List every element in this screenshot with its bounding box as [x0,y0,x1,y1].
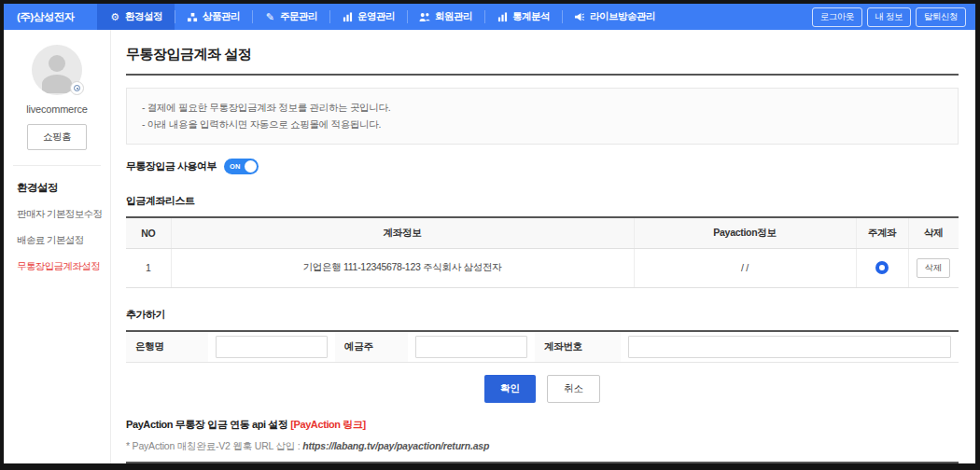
col-header-no: NO [126,217,171,249]
cell-delete: 삭제 [908,248,959,287]
main-account-radio[interactable] [875,261,889,274]
nav-label: 주문관리 [280,10,317,23]
avatar [32,45,82,95]
table-row: 1 기업은행 111-12345678-123 주식회사 삼성전자 / / 삭제 [126,248,959,287]
logout-button[interactable]: 로그아웃 [812,7,862,27]
users-icon [419,11,430,22]
payaction-link[interactable]: [PayAction 링크] [290,419,366,430]
main-nav: ⚙ 환경설정 상품관리 ✎ 주문관리 운영관리 [97,4,667,30]
col-header-payaction: Payaction정보 [634,217,856,249]
sidebar-menu-header: 환경설정 [17,181,110,195]
toggle-label: 무통장입금 사용여부 [126,159,217,173]
withdraw-button[interactable]: 탈퇴신청 [916,7,966,27]
bank-name-label: 은행명 [126,332,208,362]
sidebar-item-shipping-settings[interactable]: 배송료 기본설정 [17,234,110,247]
add-section-label: 추가하기 [126,308,959,322]
cell-main-account [856,248,908,287]
gear-badge-icon[interactable] [70,81,84,95]
topbar-actions: 로그아웃 내 정보 탈퇴신청 [812,4,975,30]
nav-item-orders[interactable]: ✎ 주문관리 [252,4,329,30]
account-table-header-row: NO 계좌정보 Payaction정보 주계좌 삭제 [126,217,959,249]
pencil-icon: ✎ [264,11,275,22]
payaction-note-text: * PayAction 매칭완료-V2 웹훅 URL 삽입 : [126,440,302,451]
nav-item-members[interactable]: 회원관리 [407,4,484,30]
col-header-delete: 삭제 [908,217,959,249]
cancel-button[interactable]: 취소 [547,375,600,403]
megaphone-icon [574,11,585,22]
cell-payaction-info: / / [634,248,856,287]
nav-label: 회원관리 [435,10,472,23]
username: livecommerce [4,104,110,115]
account-holder-label: 예금주 [335,332,408,362]
sidebar-menu: 환경설정 판매자 기본정보수정 배송료 기본설정 무통장입금계좌설정 [4,166,110,273]
my-info-button[interactable]: 내 정보 [867,7,911,27]
add-account-form: 은행명 예금주 계좌번호 [126,330,959,363]
cell-no: 1 [126,248,171,287]
toggle-knob [245,160,257,173]
brand-title: (주)삼성전자 [4,4,97,30]
main-content: 무통장입금계좌 설정 - 결제에 필요한 무통장입금계좌 정보를 관리하는 곳입… [111,30,975,463]
bar-chart-icon [342,11,353,22]
toggle-state: ON [230,162,240,171]
payaction-heading-text: PayAction 무통장 입금 연동 api 설정 [126,419,290,430]
add-form-buttons: 확인 취소 [126,375,959,403]
nav-item-live-broadcast[interactable]: 라이브방송관리 [562,4,667,30]
bank-transfer-toggle[interactable]: ON [224,159,259,174]
account-number-label: 계좌번호 [535,332,621,362]
bank-name-input[interactable] [216,336,328,358]
bar-chart-icon [497,11,508,22]
nav-label: 운영관리 [357,10,395,23]
account-list-label: 입금계좌리스트 [126,194,959,208]
nav-item-products[interactable]: 상품관리 [175,4,252,30]
bank-transfer-toggle-row: 무통장입금 사용여부 ON [126,159,959,174]
confirm-button[interactable]: 확인 [484,375,536,403]
account-holder-input[interactable] [415,336,527,358]
sidebar-item-bank-account-settings[interactable]: 무통장입금계좌설정 [17,260,110,273]
nav-item-statistics[interactable]: 통계분석 [484,4,562,30]
nav-label: 상품관리 [203,10,240,23]
payaction-form: API Key Webhook Key 상점ID [126,462,959,463]
payaction-webhook-url: https://labang.tv/pay/payaction/return.a… [302,440,489,451]
nav-label: 라이브방송관리 [590,10,655,23]
col-header-main-account: 주계좌 [856,217,908,249]
info-box: - 결제에 필요한 무통장입금계좌 정보를 관리하는 곳입니다. - 아래 내용… [126,88,959,145]
delete-button[interactable]: 삭제 [917,258,950,278]
nav-label: 통계분석 [512,10,550,23]
account-table: NO 계좌정보 Payaction정보 주계좌 삭제 1 기업은행 111-12… [126,216,959,288]
account-number-input[interactable] [628,336,951,358]
page-title: 무통장입금계좌 설정 [126,46,959,76]
sidebar-item-seller-info[interactable]: 판매자 기본정보수정 [17,208,110,221]
nav-item-operations[interactable]: 운영관리 [329,4,407,30]
shop-home-button[interactable]: 쇼핑홈 [27,124,87,150]
app-window: (주)삼성전자 ⚙ 환경설정 상품관리 ✎ 주문관리 운영관리 [0,0,980,470]
topbar: (주)삼성전자 ⚙ 환경설정 상품관리 ✎ 주문관리 운영관리 [4,4,975,30]
gear-icon: ⚙ [109,11,120,22]
sidebar: livecommerce 쇼핑홈 환경설정 판매자 기본정보수정 배송료 기본설… [4,30,111,463]
info-line: - 아래 내용을 입력하시면 자동으로 쇼핑몰에 적용됩니다. [142,116,943,132]
payaction-note: * PayAction 매칭완료-V2 웹훅 URL 삽입 : https://… [126,440,959,453]
nav-label: 환경설정 [125,10,162,23]
products-icon [187,11,198,22]
cell-account-info: 기업은행 111-12345678-123 주식회사 삼성전자 [171,248,634,287]
info-line: - 결제에 필요한 무통장입금계좌 정보를 관리하는 곳입니다. [142,99,943,116]
col-header-account: 계좌정보 [171,217,634,249]
nav-item-settings[interactable]: ⚙ 환경설정 [97,4,175,30]
payaction-heading: PayAction 무통장 입금 연동 api 설정 [PayAction 링크… [126,418,959,432]
